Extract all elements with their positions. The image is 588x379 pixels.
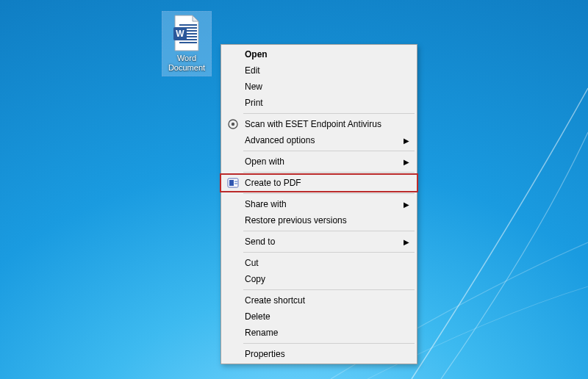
menu-item-label: Scan with ESET Endpoint Antivirus xyxy=(245,119,401,129)
menu-item-label: Properties xyxy=(245,349,401,359)
menu-item-copy[interactable]: Copy xyxy=(223,271,415,287)
svg-text:W: W xyxy=(176,29,184,39)
svg-rect-12 xyxy=(229,180,234,186)
menu-item-label: Print xyxy=(245,98,401,108)
menu-item-label: Rename xyxy=(245,328,401,338)
submenu-chevron-icon: ▶ xyxy=(404,238,409,246)
menu-separator xyxy=(243,172,415,173)
menu-item-label: Share with xyxy=(245,199,401,209)
svg-rect-6 xyxy=(179,42,197,43)
svg-point-10 xyxy=(232,123,234,126)
menu-separator xyxy=(243,113,415,114)
desktop-icon-label: Word Document xyxy=(168,54,205,73)
menu-item-delete[interactable]: Delete xyxy=(223,308,415,325)
menu-item-new[interactable]: New xyxy=(223,79,415,95)
menu-item-label: Open xyxy=(245,49,401,59)
submenu-chevron-icon: ▶ xyxy=(404,201,409,209)
eset-icon xyxy=(226,118,240,131)
menu-item-create-to-pdf[interactable]: Create to PDF xyxy=(223,175,415,191)
menu-item-label: Edit xyxy=(245,65,401,76)
menu-item-edit[interactable]: Edit xyxy=(223,62,415,79)
svg-rect-13 xyxy=(234,181,237,182)
menu-item-send-to[interactable]: Send to ▶ xyxy=(223,234,415,250)
menu-item-advanced-options[interactable]: Advanced options ▶ xyxy=(223,132,415,148)
menu-separator xyxy=(243,231,415,231)
menu-item-label: Cut xyxy=(245,258,401,268)
menu-item-label: Advanced options xyxy=(245,135,401,145)
context-menu: Open Edit New Print Scan with ESET Endpo… xyxy=(220,44,417,364)
menu-item-open[interactable]: Open xyxy=(223,46,415,62)
menu-separator xyxy=(243,289,415,290)
menu-separator xyxy=(243,193,415,194)
menu-item-label: Create shortcut xyxy=(245,295,401,306)
menu-item-label: Create to PDF xyxy=(245,178,401,188)
menu-item-label: Copy xyxy=(245,274,401,284)
menu-item-properties[interactable]: Properties xyxy=(223,346,415,362)
menu-item-label: Restore previous versions xyxy=(245,215,401,225)
menu-item-cut[interactable]: Cut xyxy=(223,255,415,271)
menu-separator xyxy=(243,343,415,344)
svg-rect-0 xyxy=(179,24,197,26)
menu-item-label: New xyxy=(245,82,401,92)
menu-item-rename[interactable]: Rename xyxy=(223,325,415,341)
menu-item-open-with[interactable]: Open with ▶ xyxy=(223,154,415,170)
menu-item-label: Delete xyxy=(245,311,401,322)
submenu-chevron-icon: ▶ xyxy=(404,158,409,166)
menu-item-share-with[interactable]: Share with ▶ xyxy=(223,196,415,212)
desktop-icon-word-document[interactable]: W Word Document xyxy=(162,11,212,76)
menu-separator xyxy=(243,252,415,253)
menu-item-eset-scan[interactable]: Scan with ESET Endpoint Antivirus xyxy=(223,116,415,132)
menu-item-restore-previous-versions[interactable]: Restore previous versions xyxy=(223,212,415,228)
menu-separator xyxy=(243,151,415,151)
menu-item-label: Send to xyxy=(245,237,401,247)
submenu-chevron-icon: ▶ xyxy=(404,137,409,145)
menu-item-print[interactable]: Print xyxy=(223,95,415,111)
menu-item-label: Open with xyxy=(245,156,401,167)
svg-rect-14 xyxy=(234,183,237,184)
menu-item-create-shortcut[interactable]: Create shortcut xyxy=(223,292,415,308)
word-document-file-icon: W xyxy=(171,14,203,52)
pdf-app-icon xyxy=(226,176,240,190)
